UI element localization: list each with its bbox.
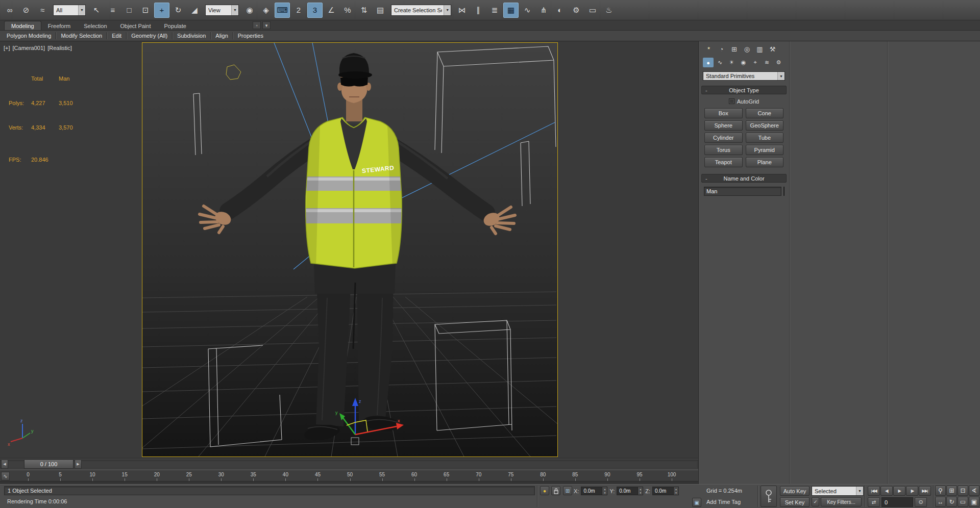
select-object-icon[interactable]: ↖ — [89, 3, 104, 18]
ribbon-section-geometry-all-[interactable]: Geometry (All) — [127, 33, 172, 39]
spinner-control[interactable]: ▴▾ — [638, 487, 643, 495]
helpers-category-icon[interactable]: ⌖ — [750, 58, 761, 67]
render-production-icon[interactable]: ♨ — [601, 3, 617, 18]
hierarchy-tab-icon[interactable]: ⊞ — [728, 44, 740, 55]
create-box-button[interactable]: Box — [704, 108, 743, 118]
create-torus-button[interactable]: Torus — [704, 145, 743, 155]
keyboard-override-icon[interactable]: ⌨ — [275, 3, 290, 18]
ribbon-tab-populate[interactable]: Populate — [157, 21, 192, 30]
spinner-up-icon[interactable]: ▴ — [674, 487, 678, 491]
geometry-category-icon[interactable]: ● — [703, 58, 714, 67]
spinner-down-icon[interactable]: ▾ — [674, 491, 678, 495]
autogrid-checkbox[interactable] — [729, 98, 734, 104]
viewport-shading-menu[interactable]: [Realistic] — [47, 45, 72, 51]
angle-snap-icon[interactable]: ∠ — [324, 3, 339, 18]
field-of-view-icon[interactable]: ∢ — [969, 486, 979, 496]
time-configuration-icon[interactable]: ⊙ — [915, 497, 927, 507]
zoom-all-icon[interactable]: ⊞ — [946, 486, 957, 496]
next-frame-button[interactable]: |▶ — [906, 486, 918, 496]
maxscript-listener-icon[interactable]: ▣ — [692, 498, 701, 507]
bind-to-space-warp-icon[interactable]: ≈ — [35, 3, 50, 18]
select-and-move-icon[interactable]: + — [154, 3, 169, 18]
ribbon-panel-icon[interactable]: ▫ — [253, 21, 261, 29]
render-setup-icon[interactable]: ⚙ — [569, 3, 584, 18]
create-tab-icon[interactable]: * — [703, 44, 715, 55]
select-and-link-icon[interactable]: ∞ — [2, 3, 17, 18]
ribbon-tab-freeform[interactable]: Freeform — [41, 21, 78, 30]
track-bar-ruler[interactable]: ∿ 05101520253035404550556065707580859095… — [0, 470, 698, 484]
systems-category-icon[interactable]: ⚙ — [773, 58, 784, 67]
zoom-extents-icon[interactable]: ⊡ — [958, 486, 968, 496]
material-editor-icon[interactable]: ◐ — [552, 3, 568, 18]
key-filters-button[interactable]: Key Filters... — [821, 497, 862, 506]
percent-snap-icon[interactable]: % — [340, 3, 355, 18]
selection-lock-icon[interactable] — [551, 486, 560, 495]
select-and-scale-icon[interactable]: ◢ — [187, 3, 202, 18]
create-cylinder-button[interactable]: Cylinder — [704, 133, 743, 143]
ribbon-section-polygon-modeling[interactable]: Polygon Modeling — [2, 33, 56, 39]
align-icon[interactable]: ∥ — [471, 3, 486, 18]
reference-coordinate-dropdown[interactable]: View▼ — [205, 5, 239, 16]
select-and-manipulate-icon[interactable]: ◈ — [258, 3, 274, 18]
schematic-view-icon[interactable]: ⋔ — [536, 3, 551, 18]
time-slider-left-arrow-icon[interactable]: ◀ — [1, 460, 8, 469]
spinner-up-icon[interactable]: ▴ — [638, 487, 643, 491]
open-mini-curve-editor-icon[interactable]: ∿ — [1, 472, 10, 480]
key-filters-check-icon[interactable]: ✓ — [812, 497, 819, 506]
ribbon-section-align[interactable]: Align — [211, 33, 232, 39]
set-key-button[interactable]: Set Key — [780, 497, 810, 507]
create-pyramid-button[interactable]: Pyramid — [746, 145, 784, 155]
camera-viewport-frame[interactable]: STEWARD — [142, 42, 558, 457]
create-teapot-button[interactable]: Teapot — [704, 157, 743, 167]
spinner-snap-icon[interactable]: ⇅ — [356, 3, 372, 18]
rectangular-selection-region-icon[interactable]: □ — [121, 3, 137, 18]
cameras-category-icon[interactable]: ◉ — [738, 58, 749, 67]
spinner-control[interactable]: ▴▾ — [602, 487, 607, 495]
utilities-tab-icon[interactable]: ⚒ — [767, 44, 778, 55]
display-tab-icon[interactable]: ▥ — [754, 44, 766, 55]
primitives-dropdown[interactable]: Standard Primitives ▼ — [703, 71, 785, 81]
unlink-selection-icon[interactable]: ⊘ — [18, 3, 34, 18]
ribbon-tab-selection[interactable]: Selection — [77, 21, 113, 30]
rendered-frame-window-icon[interactable]: ▭ — [585, 3, 600, 18]
name-color-rollout-header[interactable]: - Name and Color — [701, 174, 787, 183]
motion-tab-icon[interactable]: ◎ — [741, 44, 753, 55]
time-slider-track[interactable] — [0, 460, 698, 469]
dropdown-arrow-icon[interactable]: ▼ — [78, 5, 85, 15]
space-warps-category-icon[interactable]: ≋ — [762, 58, 772, 67]
spinner-down-icon[interactable]: ▾ — [638, 491, 643, 495]
ribbon-section-edit[interactable]: Edit — [107, 33, 126, 39]
ribbon-tab-modeling[interactable]: Modeling — [4, 21, 41, 30]
ribbon-collapse-arrow-icon[interactable]: ▾ — [262, 21, 271, 29]
go-to-start-button[interactable]: |◀◀ — [868, 486, 880, 496]
window-crossing-icon[interactable]: ⊡ — [138, 3, 153, 18]
zoom-icon[interactable]: ⚲ — [935, 486, 946, 496]
snap-toggle-3d-icon[interactable]: 3 — [307, 3, 323, 18]
key-selection-dropdown[interactable]: Selected ▼ — [812, 486, 864, 496]
main-viewport[interactable]: STEWARD — [0, 41, 698, 458]
isolate-selection-icon[interactable]: ● — [540, 486, 549, 495]
absolute-mode-toggle-icon[interactable]: ⊞ — [563, 486, 572, 495]
maximize-viewport-icon[interactable]: ▣ — [969, 497, 979, 507]
ribbon-section-modify-selection[interactable]: Modify Selection — [56, 33, 107, 39]
ribbon-toggle-icon[interactable]: ▦ — [503, 3, 519, 18]
y-coordinate-field[interactable]: 0.0m▴▾ — [617, 487, 643, 495]
z-coordinate-field[interactable]: 0.0m▴▾ — [652, 487, 679, 495]
layer-manager-icon[interactable]: ≣ — [487, 3, 502, 18]
edit-named-selection-sets-icon[interactable]: ▤ — [373, 3, 388, 18]
create-sphere-button[interactable]: Sphere — [704, 120, 743, 131]
current-frame-field[interactable] — [881, 497, 913, 507]
use-pivot-center-icon[interactable]: ◉ — [242, 3, 257, 18]
auto-key-button[interactable]: Auto Key — [780, 486, 810, 496]
modify-tab-icon[interactable]: ◔ — [716, 44, 727, 55]
dropdown-arrow-icon[interactable]: ▼ — [856, 487, 863, 495]
ribbon-section-properties[interactable]: Properties — [233, 33, 268, 39]
create-cone-button[interactable]: Cone — [746, 108, 784, 118]
set-keys-button[interactable] — [761, 486, 777, 507]
mirror-icon[interactable]: ⋈ — [454, 3, 470, 18]
go-to-end-button[interactable]: ▶▶| — [919, 486, 931, 496]
viewport-general-menu[interactable]: [+] — [4, 45, 10, 51]
named-selection-sets-dropdown[interactable]: Create Selection Se▼ — [391, 5, 451, 16]
spinner-control[interactable]: ▴▾ — [673, 487, 678, 495]
zoom-region-icon[interactable]: ▭ — [958, 497, 968, 507]
